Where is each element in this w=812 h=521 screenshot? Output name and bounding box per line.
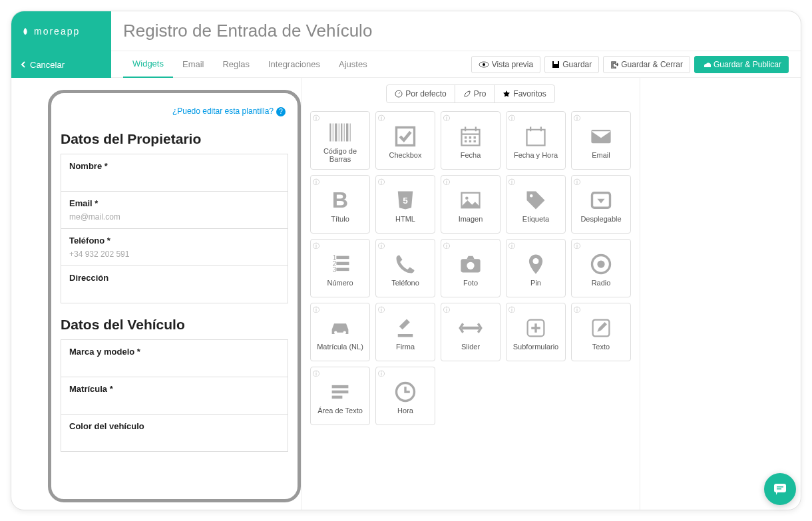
widget-label: Número xyxy=(325,279,354,287)
save-button[interactable]: Guardar xyxy=(544,56,599,73)
info-icon[interactable]: ⓘ xyxy=(443,242,450,251)
info-icon[interactable]: ⓘ xyxy=(313,178,319,187)
leaf-icon xyxy=(463,90,471,98)
widget-dropdown[interactable]: ⓘDesplegable xyxy=(571,175,631,234)
widget-plus[interactable]: ⓘSubformulario xyxy=(506,303,566,361)
widget-label: Texto xyxy=(591,343,611,351)
tab-integraciones[interactable]: Integraciones xyxy=(259,51,329,78)
widget-label: Checkbox xyxy=(388,151,423,159)
widget-label: Pin xyxy=(529,279,542,287)
form-field[interactable]: Nombre * xyxy=(61,154,288,192)
info-icon[interactable]: ⓘ xyxy=(508,178,515,187)
star-icon xyxy=(503,90,510,98)
preview-button[interactable]: Vista previa xyxy=(471,56,540,73)
info-icon[interactable]: ⓘ xyxy=(574,305,580,315)
widget-mail[interactable]: ⓘEmail xyxy=(571,111,631,170)
widget-calendar[interactable]: ⓘFecha xyxy=(441,111,501,170)
form-field[interactable]: Matrícula * xyxy=(61,377,288,415)
tab-widgets[interactable]: Widgets xyxy=(123,51,173,78)
widget-image[interactable]: ⓘImagen xyxy=(441,175,501,234)
widget-label: Radio xyxy=(590,279,612,287)
filter-pro[interactable]: Pro xyxy=(455,85,495,102)
calendar2-icon xyxy=(522,124,549,148)
info-icon[interactable]: ⓘ xyxy=(443,178,450,187)
info-icon[interactable]: ⓘ xyxy=(574,178,580,187)
info-icon[interactable]: ⓘ xyxy=(378,114,385,123)
widget-tag[interactable]: ⓘEtiqueta xyxy=(506,175,566,234)
widget-label: Imagen xyxy=(457,215,485,223)
widget-label: Slider xyxy=(460,343,481,351)
help-link[interactable]: ¿Puedo editar esta plantilla?? xyxy=(61,102,288,126)
widget-label: Fecha xyxy=(459,151,483,159)
info-icon[interactable]: ⓘ xyxy=(313,242,319,251)
save-close-button[interactable]: Guardar & Cerrar xyxy=(603,56,690,73)
info-icon[interactable]: ⓘ xyxy=(574,242,580,251)
bold-icon xyxy=(327,188,353,212)
widget-numlist[interactable]: ⓘNúmero xyxy=(310,239,370,297)
info-icon[interactable]: ⓘ xyxy=(378,242,385,251)
plus-icon xyxy=(522,316,549,340)
calendar-icon xyxy=(457,124,484,148)
slider-icon xyxy=(457,316,484,340)
tag-icon xyxy=(522,188,549,212)
field-label: Color del vehículo xyxy=(69,421,280,431)
tab-email[interactable]: Email xyxy=(173,51,214,78)
widget-label: Fecha y Hora xyxy=(512,151,559,159)
image-icon xyxy=(457,188,484,212)
chat-button[interactable] xyxy=(764,473,796,505)
widget-clock[interactable]: ⓘHora xyxy=(375,367,435,425)
widget-gavel[interactable]: ⓘFirma xyxy=(375,303,435,361)
widget-calendar2[interactable]: ⓘFecha y Hora xyxy=(506,111,566,170)
widget-edit[interactable]: ⓘTexto xyxy=(571,303,631,361)
form-field[interactable]: Dirección xyxy=(61,266,288,303)
form-field[interactable]: Teléfono *+34 932 202 591 xyxy=(61,229,288,266)
info-icon[interactable]: ⓘ xyxy=(313,114,319,123)
info-icon[interactable]: ⓘ xyxy=(508,305,515,315)
info-icon[interactable]: ⓘ xyxy=(574,114,580,123)
info-icon[interactable]: ⓘ xyxy=(443,305,450,315)
page-title: Registro de Entrada de Vehículo xyxy=(111,11,801,51)
widget-pin[interactable]: ⓘPin xyxy=(506,239,566,297)
cancel-button[interactable]: Cancelar xyxy=(11,51,111,78)
tab-ajustes[interactable]: Ajustes xyxy=(329,51,377,78)
brand-logo: moreapp xyxy=(11,11,111,51)
textarea-icon xyxy=(327,380,353,404)
widget-label: Subformulario xyxy=(512,343,560,351)
gavel-icon xyxy=(392,316,419,340)
widget-radio[interactable]: ⓘRadio xyxy=(571,239,631,297)
save-publish-button[interactable]: Guardar & Publicar xyxy=(694,56,789,73)
widget-car[interactable]: ⓘMatrícula (NL) xyxy=(310,303,370,361)
widget-label: Hora xyxy=(396,407,415,415)
widget-bold[interactable]: ⓘTítulo xyxy=(310,175,370,234)
info-icon[interactable]: ⓘ xyxy=(378,305,385,315)
form-preview: ¿Puedo editar esta plantilla?? Datos del… xyxy=(48,90,301,502)
info-icon[interactable]: ⓘ xyxy=(313,369,319,379)
barcode-icon xyxy=(327,120,353,144)
field-placeholder: me@mail.com xyxy=(69,212,280,222)
widget-slider[interactable]: ⓘSlider xyxy=(441,303,501,361)
widget-label: Etiqueta xyxy=(521,215,550,223)
widget-phone[interactable]: ⓘTeléfono xyxy=(375,239,435,297)
info-icon[interactable]: ⓘ xyxy=(508,242,515,251)
help-icon: ? xyxy=(276,107,286,116)
form-field[interactable]: Color del vehículo xyxy=(61,415,288,452)
info-icon[interactable]: ⓘ xyxy=(443,114,450,123)
widget-barcode[interactable]: ⓘCódigo de Barras xyxy=(310,111,370,170)
widget-check[interactable]: ⓘCheckbox xyxy=(375,111,435,170)
form-field[interactable]: Email *me@mail.com xyxy=(61,192,288,229)
form-field[interactable]: Marca y modelo * xyxy=(61,339,288,377)
info-icon[interactable]: ⓘ xyxy=(508,114,515,123)
widget-label: Desplegable xyxy=(579,215,622,223)
widget-html5[interactable]: ⓘHTML xyxy=(375,175,435,234)
filter-default[interactable]: Por defecto xyxy=(387,85,455,102)
field-label: Marca y modelo * xyxy=(69,347,280,357)
save-icon xyxy=(552,61,560,69)
info-icon[interactable]: ⓘ xyxy=(313,305,319,315)
widget-textarea[interactable]: ⓘÁrea de Texto xyxy=(310,367,370,425)
tab-reglas[interactable]: Reglas xyxy=(213,51,258,78)
info-icon[interactable]: ⓘ xyxy=(378,178,385,187)
filter-favorites[interactable]: Favoritos xyxy=(495,85,554,102)
radio-icon xyxy=(588,252,614,276)
info-icon[interactable]: ⓘ xyxy=(378,369,385,379)
widget-camera[interactable]: ⓘFoto xyxy=(441,239,501,297)
